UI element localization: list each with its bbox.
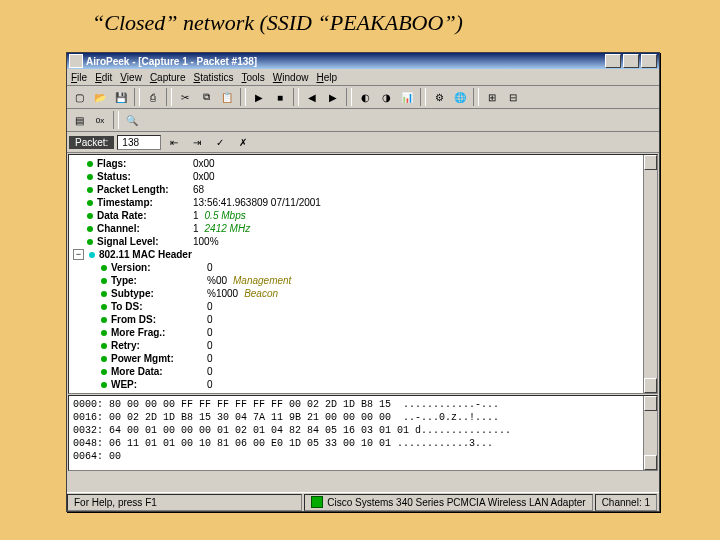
field-status-key: Status: [97, 170, 193, 183]
status-channel: Channel: 1 [595, 494, 657, 511]
bullet-icon [85, 159, 94, 168]
bullet-icon [99, 302, 108, 311]
field-pwr-key: Power Mgmt: [111, 352, 207, 365]
field-ver-key: Version: [111, 261, 207, 274]
opt2-icon[interactable]: ⊟ [503, 87, 523, 107]
field-rate-key: Data Rate: [97, 209, 193, 222]
field-type-val: %00 [207, 274, 227, 287]
menu-statistics[interactable]: Statistics [193, 72, 233, 83]
gear-icon[interactable]: ⚙ [429, 87, 449, 107]
titlebar: AiroPeek - [Capture 1 - Packet #138] [67, 53, 659, 69]
bullet-icon [99, 328, 108, 337]
field-frag-val: 0 [207, 326, 213, 339]
window-title: AiroPeek - [Capture 1 - Packet #138] [86, 56, 603, 67]
bullet-icon [85, 198, 94, 207]
field-retry-val: 0 [207, 339, 213, 352]
packet-number[interactable]: 138 [117, 135, 161, 150]
field-ver-val: 0 [207, 261, 213, 274]
field-wep-key: WEP: [111, 378, 207, 391]
field-plen-key: Packet Length: [97, 183, 193, 196]
field-order-key: Order: [111, 391, 207, 394]
field-order-val: 0 [207, 391, 213, 394]
field-ts-key: Timestamp: [97, 196, 193, 209]
field-plen-val: 68 [193, 183, 204, 196]
field-tods-val: 0 [207, 300, 213, 313]
field-subtype-key: Subtype: [111, 287, 207, 300]
scrollbar[interactable] [643, 396, 657, 470]
bullet-icon [99, 289, 108, 298]
chart-icon[interactable]: 📊 [397, 87, 417, 107]
opt1-icon[interactable]: ⊞ [482, 87, 502, 107]
app-icon [69, 54, 83, 68]
scrollbar[interactable] [643, 155, 657, 393]
collapse-icon[interactable]: − [73, 249, 84, 260]
bullet-icon [99, 276, 108, 285]
field-sig-key: Signal Level: [97, 235, 193, 248]
toolbar-2: ▤ 0x 🔍 [67, 109, 659, 132]
new-icon[interactable]: ▢ [69, 87, 89, 107]
menu-capture[interactable]: Capture [150, 72, 186, 83]
maximize-button[interactable] [623, 54, 639, 68]
layout1-icon[interactable]: ▤ [69, 110, 89, 130]
close-button[interactable] [641, 54, 657, 68]
menu-help[interactable]: Help [316, 72, 337, 83]
slide-title: “Closed” network (SSID “PEAKABOO”) [0, 0, 720, 42]
field-sig-val: 100% [193, 235, 219, 248]
field-chan-ext: 2412 MHz [205, 222, 251, 235]
field-frag-key: More Frag.: [111, 326, 207, 339]
field-chan-key: Channel: [97, 222, 193, 235]
open-icon[interactable]: 📂 [90, 87, 110, 107]
decode-pane: Flags:0x00 Status:0x00 Packet Length:68 … [68, 154, 658, 394]
bullet-icon [99, 341, 108, 350]
field-subtype-ext: Beacon [244, 287, 278, 300]
copy-icon[interactable]: ⧉ [196, 87, 216, 107]
menu-view[interactable]: View [120, 72, 142, 83]
field-fromds-val: 0 [207, 313, 213, 326]
tool-b-icon[interactable]: ◑ [376, 87, 396, 107]
start-capture-icon[interactable]: ▶ [249, 87, 269, 107]
field-pwr-val: 0 [207, 352, 213, 365]
mark-icon[interactable]: ✓ [210, 132, 230, 152]
field-retry-key: Retry: [111, 339, 207, 352]
zoom-icon[interactable]: 🔍 [122, 110, 142, 130]
next-icon[interactable]: ▶ [323, 87, 343, 107]
paste-icon[interactable]: 📋 [217, 87, 237, 107]
header-icon [87, 250, 96, 259]
app-window: AiroPeek - [Capture 1 - Packet #138] Fil… [66, 52, 660, 512]
decode-tree: Flags:0x00 Status:0x00 Packet Length:68 … [69, 155, 657, 394]
field-type-ext: Management [233, 274, 291, 287]
unmark-icon[interactable]: ✗ [233, 132, 253, 152]
field-tods-key: To DS: [111, 300, 207, 313]
goto-next-icon[interactable]: ⇥ [187, 132, 207, 152]
bullet-icon [85, 185, 94, 194]
field-chan-val: 1 [193, 222, 199, 235]
packet-label: Packet: [69, 136, 114, 149]
field-hdr-key: 802.11 MAC Header [99, 248, 192, 261]
hex-dump: 0000: 80 00 00 00 FF FF FF FF FF FF 00 0… [69, 396, 657, 465]
globe-icon[interactable]: 🌐 [450, 87, 470, 107]
print-icon[interactable]: ⎙ [143, 87, 163, 107]
field-more-val: 0 [207, 365, 213, 378]
minimize-button[interactable] [605, 54, 621, 68]
prev-icon[interactable]: ◀ [302, 87, 322, 107]
bullet-icon [99, 393, 108, 394]
field-rate-val: 1 [193, 209, 199, 222]
cut-icon[interactable]: ✂ [175, 87, 195, 107]
menu-file[interactable]: File [71, 72, 87, 83]
stop-capture-icon[interactable]: ■ [270, 87, 290, 107]
led-icon [311, 496, 323, 508]
menu-edit[interactable]: Edit [95, 72, 112, 83]
bullet-icon [85, 211, 94, 220]
bullet-icon [99, 380, 108, 389]
layout2-icon[interactable]: 0x [90, 110, 110, 130]
bullet-icon [85, 172, 94, 181]
status-adapter: Cisco Systems 340 Series PCMCIA Wireless… [304, 494, 592, 511]
tool-a-icon[interactable]: ◐ [355, 87, 375, 107]
save-icon[interactable]: 💾 [111, 87, 131, 107]
goto-prev-icon[interactable]: ⇤ [164, 132, 184, 152]
bullet-icon [99, 354, 108, 363]
toolbar-1: ▢ 📂 💾 ⎙ ✂ ⧉ 📋 ▶ ■ ◀ ▶ ◐ ◑ 📊 ⚙ 🌐 ⊞ ⊟ [67, 86, 659, 109]
menu-window[interactable]: Window [273, 72, 309, 83]
menu-tools[interactable]: Tools [241, 72, 264, 83]
hex-pane: 0000: 80 00 00 00 FF FF FF FF FF FF 00 0… [68, 395, 658, 471]
